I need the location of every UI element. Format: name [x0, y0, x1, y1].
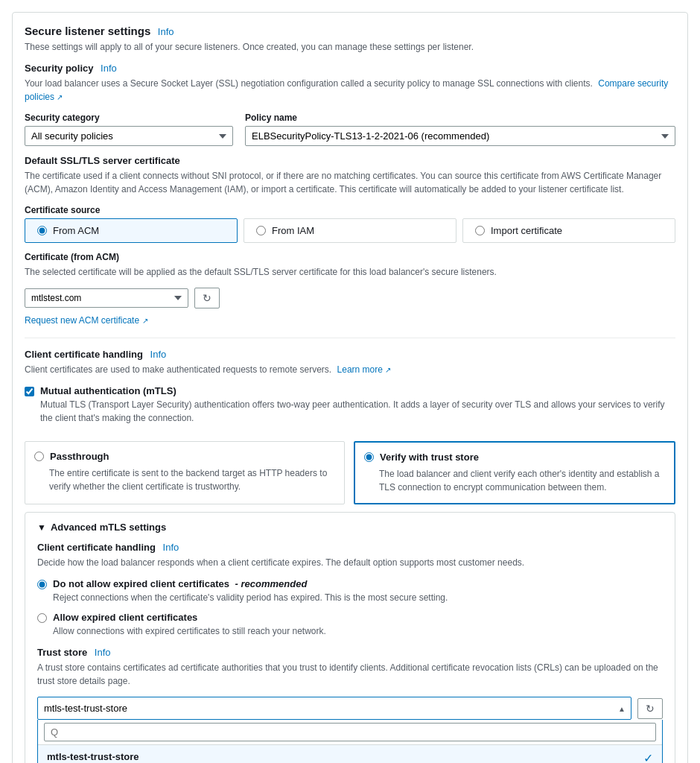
trust-store-search-wrapper	[38, 720, 662, 745]
cert-source-acm[interactable]: From ACM	[25, 218, 238, 243]
mtls-passthrough-label: Passthrough	[50, 451, 109, 462]
advanced-mtls-title: Advanced mTLS settings	[51, 522, 166, 533]
mtls-passthrough-option[interactable]: Passthrough The entire certificate is se…	[25, 441, 345, 504]
cert-source-import[interactable]: Import certificate	[462, 218, 675, 243]
trust-store-refresh-button[interactable]: ↻	[637, 698, 663, 719]
mtls-options-group: Passthrough The entire certificate is se…	[25, 441, 675, 504]
secure-listener-title: Secure listener settings	[25, 25, 150, 37]
mtls-passthrough-desc: The entire certificate is sent to the ba…	[34, 466, 335, 493]
policy-name-select[interactable]: ELBSecurityPolicy-TLS13-1-2-2021-06 (rec…	[245, 126, 675, 146]
secure-listener-info-link[interactable]: Info	[158, 26, 174, 37]
mutual-auth-row: Mutual authentication (mTLS) Mutual TLS …	[25, 385, 675, 434]
no-expired-radio[interactable]	[37, 580, 47, 589]
cert-source-iam[interactable]: From IAM	[244, 218, 456, 243]
cert-refresh-button[interactable]: ↻	[194, 288, 220, 308]
trust-store-section: Trust store Info A trust store contains …	[37, 647, 663, 763]
security-policy-desc: Your load balancer uses a Secure Socket …	[25, 78, 593, 89]
trust-store-checkmark-icon: ✓	[643, 751, 653, 763]
advanced-handling-desc: Decide how the load balancer responds wh…	[37, 556, 663, 569]
trust-store-select-wrapper: mtls-test-trust-store ▲	[37, 697, 631, 720]
cert-acm-select[interactable]: mtlstest.com 98026264-f7e8-4ca9-a6f7-7b8…	[25, 288, 188, 308]
allow-expired-radio[interactable]	[37, 613, 47, 623]
cert-source-iam-radio[interactable]	[256, 226, 266, 235]
client-cert-title: Client certificate handling	[25, 349, 143, 360]
no-expired-label: Do not allow expired client certificates…	[53, 578, 448, 589]
advanced-info-link[interactable]: Info	[163, 542, 179, 553]
cert-source-acm-label: From ACM	[53, 225, 99, 236]
no-expired-label-main: Do not allow expired client certificates	[53, 578, 229, 589]
learn-more-link[interactable]: Learn more	[337, 364, 383, 375]
cert-source-import-radio[interactable]	[475, 226, 485, 235]
trust-store-row: mtls-test-trust-store ▲ ↻	[37, 697, 663, 720]
cert-source-iam-label: From IAM	[272, 225, 314, 236]
ssl-cert-desc: The certificate used if a client connect…	[25, 169, 675, 196]
client-cert-info-link[interactable]: Info	[150, 349, 167, 360]
mutual-auth-label: Mutual authentication (mTLS)	[40, 385, 675, 396]
no-expired-label-suffix: - recommended	[235, 578, 308, 589]
policy-name-label: Policy name	[245, 113, 675, 123]
trust-store-select[interactable]: mtls-test-trust-store	[37, 697, 631, 720]
cert-source-acm-radio[interactable]	[37, 226, 47, 235]
trust-store-dropdown: mtls-test-trust-store arn:aws:elasticloa…	[37, 720, 663, 763]
trust-store-info-link[interactable]: Info	[95, 647, 111, 658]
cert-source-label: Certificate source	[25, 205, 675, 215]
trust-store-desc: A trust store contains certificates ad c…	[37, 661, 663, 688]
external-link-icon: ↗	[57, 93, 63, 101]
mutual-auth-desc: Mutual TLS (Transport Layer Security) au…	[40, 398, 675, 425]
mtls-verify-radio[interactable]	[364, 452, 374, 462]
security-policy-label: Security policy	[25, 63, 93, 74]
allow-expired-desc: Allow connections with expired certifica…	[53, 624, 326, 638]
cert-source-import-label: Import certificate	[491, 225, 562, 236]
ssl-cert-title: Default SSL/TLS server certificate	[25, 155, 675, 166]
trust-store-search-input[interactable]	[44, 723, 656, 741]
request-acm-cert-external-icon: ↗	[142, 317, 148, 325]
no-expired-desc: Reject connections when the certificate'…	[53, 591, 448, 604]
mtls-passthrough-radio[interactable]	[34, 452, 44, 461]
allow-expired-option-row: Allow expired client certificates Allow …	[37, 612, 663, 638]
cert-acm-desc: The selected certificate will be applied…	[25, 265, 675, 279]
no-expired-option-row: Do not allow expired client certificates…	[37, 578, 663, 604]
secure-listener-desc: These settings will apply to all of your…	[25, 40, 675, 54]
learn-more-icon: ↗	[385, 366, 391, 374]
trust-store-item-name: mtls-test-trust-store	[47, 751, 448, 762]
allow-expired-label: Allow expired client certificates	[53, 612, 326, 623]
advanced-mtls-header[interactable]: ▼ Advanced mTLS settings	[37, 522, 663, 533]
cert-source-group: From ACM From IAM Import certificate	[25, 218, 675, 243]
security-category-select[interactable]: All security policies	[25, 126, 233, 146]
trust-store-title: Trust store	[37, 647, 87, 658]
advanced-client-cert-title: Client certificate handling	[37, 542, 156, 553]
trust-store-dropdown-item[interactable]: mtls-test-trust-store arn:aws:elasticloa…	[38, 745, 662, 763]
security-category-label: Security category	[25, 113, 233, 123]
mtls-verify-desc: The load balancer and client verify each…	[364, 467, 665, 494]
trust-store-item-text: mtls-test-trust-store arn:aws:elasticloa…	[47, 751, 448, 763]
advanced-mtls-section: ▼ Advanced mTLS settings Client certific…	[25, 512, 675, 763]
page-container: Secure listener settings Info These sett…	[0, 0, 700, 763]
cert-acm-row: mtlstest.com 98026264-f7e8-4ca9-a6f7-7b8…	[25, 288, 675, 308]
cert-from-acm-label: Certificate (from ACM)	[25, 252, 675, 262]
security-policy-info-link[interactable]: Info	[101, 63, 117, 74]
request-acm-cert-link[interactable]: Request new ACM certificate	[25, 315, 139, 326]
mtls-verify-option[interactable]: Verify with trust store The load balance…	[354, 441, 675, 504]
mtls-verify-label: Verify with trust store	[380, 452, 479, 463]
client-cert-desc: Client certificates are used to make aut…	[25, 364, 331, 375]
mutual-auth-checkbox[interactable]	[25, 387, 34, 396]
chevron-down-icon: ▼	[37, 522, 46, 533]
secure-listener-section: Secure listener settings Info These sett…	[12, 12, 688, 763]
